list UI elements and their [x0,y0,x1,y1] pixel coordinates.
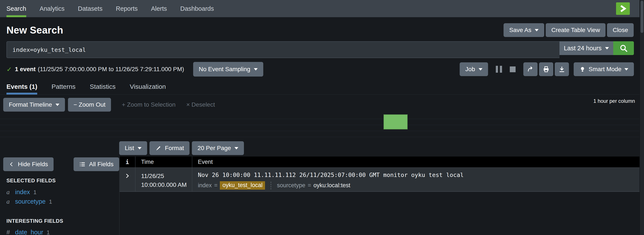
field-item-sourcetype[interactable]: a sourcetype 1 [6,198,119,204]
pause-job-icon[interactable] [496,66,502,73]
caret-down-icon [605,47,609,50]
list-icon [79,161,86,168]
field-link[interactable]: index [15,188,30,196]
tab-statistics[interactable]: Statistics [90,82,116,94]
events-table-header: i Time Event [120,156,644,167]
caret-down-icon [624,68,628,70]
close-label: Close [612,27,628,34]
interesting-fields-header: INTERESTING FIELDS [6,218,119,224]
search-mode-button[interactable]: Smart Mode [574,62,634,76]
field-separator [270,182,271,190]
caret-down-icon [535,29,538,32]
string-field-type-icon: a [6,188,12,196]
string-field-type-icon: a [6,198,12,205]
field-item-date-hour[interactable]: # date_hour 1 [6,229,119,235]
timeline-controls: Format Timeline − Zoom Out + Zoom to Sel… [3,98,635,112]
field-link[interactable]: sourcetype [15,198,46,205]
expand-event-cell [120,167,135,191]
nav-item-analytics[interactable]: Analytics [40,0,64,17]
tab-patterns[interactable]: Patterns [52,82,76,94]
zoom-out-button[interactable]: − Zoom Out [68,98,111,112]
print-job-button[interactable] [539,62,553,76]
share-icon [527,66,534,73]
zoom-to-selection-button-disabled: + Zoom to Selection [122,101,176,108]
event-date: 11/26/25 [141,172,192,180]
equals-sign: = [214,182,218,189]
field-key[interactable]: index [198,182,212,189]
time-range-picker[interactable]: Last 24 hours [560,41,613,55]
list-view-label: List [125,145,134,152]
job-menu-button[interactable]: Job [460,62,488,76]
column-header-time: Time [135,156,192,167]
field-link[interactable]: date_hour [15,229,43,235]
chevron-right-icon[interactable] [124,173,130,179]
field-value-highlighted[interactable]: oyku_test_local [220,181,265,190]
caret-down-icon [56,104,59,106]
tab-visualization[interactable]: Visualization [130,82,166,94]
timeline-event-bar[interactable] [384,114,408,130]
column-header-info: i [120,156,135,167]
results-toolbar: List Format 20 Per Page [0,140,644,156]
field-item-index[interactable]: a index 1 [6,188,119,195]
search-mode-label: Smart Mode [589,66,622,73]
save-as-label: Save As [509,27,531,34]
raw-event-text[interactable]: Nov 26 10:00:00 11.11.11.112 26/11/2025:… [198,172,644,178]
time-range-label: Last 24 hours [564,45,602,52]
field-count: 1 [33,189,36,196]
field-count: 1 [47,229,50,235]
hide-fields-label: Hide Fields [18,161,48,168]
job-status-right: Job [460,62,634,76]
events-table: i Time Event 11/26/25 10:00:00.000 AM No… [120,156,644,235]
format-timeline-button[interactable]: Format Timeline [3,98,65,112]
event-time-cell: 11/26/25 10:00:00.000 AM [135,167,192,191]
tab-events[interactable]: Events (1) [6,82,37,94]
fields-sidebar: Hide Fields All Fields SELECTED FIELDS a… [0,156,120,235]
splunk-search-app: Search Analytics Datasets Reports Alerts… [0,0,644,235]
job-label: Job [465,66,475,73]
stop-job-icon[interactable] [510,66,516,72]
numeric-field-type-icon: # [6,229,12,235]
caret-down-icon [254,68,258,70]
event-sampling-button[interactable]: No Event Sampling [193,62,263,76]
format-results-label: Format [165,145,184,152]
event-timeline-chart [0,113,644,137]
export-job-button[interactable] [555,62,569,76]
page-scrollbar[interactable] [640,0,644,235]
nav-item-dashboards[interactable]: Dashboards [180,0,214,17]
deselect-button-disabled: × Deselect [186,101,215,108]
create-table-view-button[interactable]: Create Table View [546,23,606,37]
all-fields-label: All Fields [89,161,114,168]
nav-item-search[interactable]: Search [6,0,26,17]
equals-sign: = [308,182,311,189]
splunk-logo-icon[interactable] [616,2,630,15]
nav-item-datasets[interactable]: Datasets [78,0,102,17]
selected-fields-header: SELECTED FIELDS [6,178,119,184]
event-time: 10:00:00.000 AM [141,180,192,189]
list-view-button[interactable]: List [119,141,147,155]
all-fields-button[interactable]: All Fields [74,158,119,171]
event-field-values: index = oyku_test_local sourcetype = oyk… [198,181,644,190]
page-title: New Search [6,24,63,36]
search-input[interactable] [6,41,560,58]
per-page-button[interactable]: 20 Per Page [192,141,244,155]
lightbulb-icon [579,66,586,73]
nav-item-alerts[interactable]: Alerts [151,0,167,17]
run-search-button[interactable] [613,41,634,55]
per-page-label: 20 Per Page [198,145,231,152]
event-time-range: (11/25/25 7:00:00.000 PM to 11/26/25 7:2… [38,66,184,73]
zoom-out-label: − Zoom Out [74,101,106,108]
scrollbar-thumb[interactable] [640,1,643,33]
hide-fields-button[interactable]: Hide Fields [3,158,54,171]
close-button[interactable]: Close [607,23,634,37]
field-value[interactable]: oyku:local:test [314,182,350,189]
caret-down-icon [138,147,142,150]
nav-item-reports[interactable]: Reports [116,0,138,17]
share-job-button[interactable] [523,62,538,76]
event-count: 1 event [15,66,36,73]
create-table-view-label: Create Table View [551,27,600,34]
field-key[interactable]: sourcetype [277,182,305,189]
format-results-button[interactable]: Format [150,141,190,155]
save-as-button[interactable]: Save As [504,23,544,37]
event-content-cell: Nov 26 10:00:00 11.11.11.112 26/11/2025:… [192,167,644,191]
search-bar: Last 24 hours [6,41,634,58]
